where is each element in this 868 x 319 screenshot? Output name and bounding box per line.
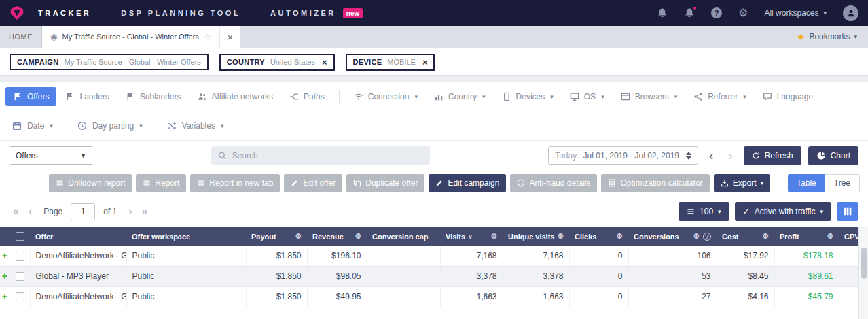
prev-page-button[interactable]: ‹	[25, 205, 35, 218]
tab-language[interactable]: Language	[755, 87, 820, 106]
updates-bell-icon[interactable]	[684, 7, 695, 18]
column-visits[interactable]: Visits∨⚙	[440, 227, 503, 246]
export-button[interactable]: Export ▾	[714, 174, 770, 192]
column-unique-visits[interactable]: Unique visits⚙	[503, 227, 569, 246]
column-settings-icon[interactable]: ⚙	[557, 233, 564, 240]
report-in-new-tab-button[interactable]: Report in new tab	[190, 174, 280, 192]
date-range-picker[interactable]: Today: Jul 01, 2019 - Jul 02, 2019	[548, 146, 698, 165]
chart-button[interactable]: Chart	[808, 146, 858, 165]
tab-referrer[interactable]: Referrer ▾	[686, 87, 754, 106]
nav-automizer[interactable]: AUTOMIZER	[270, 9, 336, 17]
column-conversion-cap[interactable]: Conversion cap	[367, 227, 440, 246]
column-revenue[interactable]: Revenue⚙	[307, 227, 367, 246]
column-cpv[interactable]: CPV	[839, 227, 858, 246]
date-stepper[interactable]	[686, 152, 691, 160]
drilldown-report-button[interactable]: Drilldown report	[49, 174, 132, 192]
expand-row-button[interactable]: +	[0, 266, 10, 286]
column-payout[interactable]: Payout⚙	[246, 227, 307, 246]
row-checkbox[interactable]	[16, 272, 24, 281]
vertical-scrollbar[interactable]	[858, 227, 868, 319]
column-settings-icon[interactable]: ⚙	[827, 233, 833, 240]
table-row[interactable]: + Global - MP3 Player Public $1.850 $98.…	[0, 266, 858, 286]
table-row[interactable]: + DemoAffiliateNetwork - Gl Public $1.85…	[0, 246, 858, 266]
optimization-calculator-button[interactable]: Optimization calculator	[601, 174, 709, 192]
column-settings-icon[interactable]: ⚙	[693, 233, 700, 240]
column-settings-icon[interactable]: ⚙	[355, 233, 361, 240]
user-avatar[interactable]	[843, 5, 858, 21]
tab-browsers[interactable]: Browsers ▾	[613, 87, 685, 106]
select-all-checkbox[interactable]	[16, 232, 24, 241]
refresh-button[interactable]: Refresh	[744, 146, 801, 165]
edit-offer-button[interactable]: Edit offer	[284, 174, 342, 192]
duplicate-offer-button[interactable]: Duplicate offer	[346, 174, 424, 192]
tab-devices[interactable]: Devices ▾	[494, 87, 561, 106]
help-icon[interactable]: ?	[711, 7, 722, 18]
column-offer-workspace[interactable]: Offer workspace	[126, 227, 246, 246]
tab-home[interactable]: HOME	[0, 26, 42, 48]
next-page-button[interactable]: ›	[125, 205, 135, 218]
page-number-input[interactable]	[71, 203, 95, 220]
date-dropdown[interactable]: Date ▾	[12, 121, 53, 131]
tab-os[interactable]: OS ▾	[562, 87, 612, 106]
scrollbar-thumb[interactable]	[861, 248, 867, 279]
table-row[interactable]: + DemoAffiliateNetwork - Gl Public $1.85…	[0, 286, 858, 307]
bookmarks-button[interactable]: ★ Bookmarks ▾	[786, 26, 868, 48]
search-input[interactable]	[232, 151, 423, 161]
rows-per-page-dropdown[interactable]: 100 ▾	[679, 202, 729, 221]
expand-row-button[interactable]: +	[0, 286, 10, 307]
remove-filter-icon[interactable]: ×	[422, 58, 428, 67]
toolbar: Offers ▼ Today: Jul 01, 2019 - Jul 02, 2…	[0, 141, 868, 170]
variables-dropdown[interactable]: Variables ▾	[167, 121, 224, 131]
filter-chip-campaign[interactable]: CAMPAIGN My Traffic Source - Global - Wi…	[10, 54, 209, 70]
settings-gear-icon[interactable]: ⚙	[738, 7, 748, 18]
brand-logo-icon[interactable]	[10, 5, 24, 20]
nav-tracker[interactable]: TRACKER	[38, 9, 91, 17]
favorite-star-icon[interactable]: ☆	[204, 32, 212, 42]
filter-chip-device[interactable]: DEVICE MOBILE ×	[346, 54, 435, 71]
button-label: Export	[733, 178, 757, 188]
status-filter-dropdown[interactable]: ✓ Active with traffic ▾	[735, 202, 831, 221]
column-settings-icon[interactable]: ⚙	[295, 233, 302, 240]
anti-fraud-details-button[interactable]: Anti-fraud details	[510, 174, 597, 192]
notifications-bell-icon[interactable]	[657, 7, 668, 18]
stepper-down-icon[interactable]	[686, 156, 691, 160]
workspaces-dropdown[interactable]: All workspaces ▾	[764, 8, 827, 18]
nav-dsp-planning-tool[interactable]: DSP PLANNING TOOL	[121, 9, 240, 17]
column-clicks[interactable]: Clicks⚙	[569, 227, 628, 246]
date-next-button[interactable]: ›	[724, 146, 736, 165]
column-cost[interactable]: Cost⚙	[717, 227, 774, 246]
columns-button[interactable]	[837, 202, 858, 221]
tab-campaign[interactable]: ◉ My Traffic Source - Global - Winter Of…	[42, 26, 219, 48]
day-parting-dropdown[interactable]: Day parting ▾	[77, 121, 143, 131]
column-help-icon[interactable]: ?	[703, 233, 711, 241]
expand-row-button[interactable]: +	[0, 246, 10, 266]
row-checkbox[interactable]	[16, 292, 24, 301]
view-tree-button[interactable]: Tree	[825, 174, 860, 192]
tab-sublanders[interactable]: Sublanders	[118, 87, 189, 106]
stepper-up-icon[interactable]	[686, 152, 691, 155]
filter-chip-country[interactable]: COUNTRY United States ×	[219, 54, 335, 71]
row-checkbox[interactable]	[16, 252, 24, 261]
tab-close-button[interactable]: ×	[219, 26, 240, 48]
tab-connection[interactable]: Connection ▾	[346, 87, 425, 106]
column-settings-icon[interactable]: ⚙	[762, 233, 769, 240]
edit-campaign-button[interactable]: Edit campaign	[429, 174, 506, 192]
column-offer[interactable]: Offer	[30, 227, 126, 246]
first-page-button[interactable]: «	[10, 205, 22, 218]
tab-paths[interactable]: Paths	[282, 87, 332, 106]
view-table-button[interactable]: Table	[788, 174, 825, 192]
tab-affiliate-networks[interactable]: Affiliate networks	[190, 87, 281, 106]
column-settings-icon[interactable]: ⚙	[490, 233, 497, 240]
grouping-select[interactable]: Offers ▼	[10, 146, 92, 165]
tab-offers[interactable]: Offers	[5, 87, 56, 106]
column-profit[interactable]: Profit⚙	[774, 227, 839, 246]
date-prev-button[interactable]: ‹	[705, 146, 717, 165]
tab-landers[interactable]: Landers	[58, 87, 116, 106]
day-parting-label: Day parting	[92, 121, 134, 131]
tab-country[interactable]: Country ▾	[427, 87, 493, 106]
remove-filter-icon[interactable]: ×	[322, 58, 327, 67]
column-settings-icon[interactable]: ⚙	[616, 233, 623, 240]
report-button[interactable]: Report	[136, 174, 186, 192]
column-conversions[interactable]: Conversions⚙?	[628, 227, 717, 246]
last-page-button[interactable]: »	[139, 205, 151, 218]
